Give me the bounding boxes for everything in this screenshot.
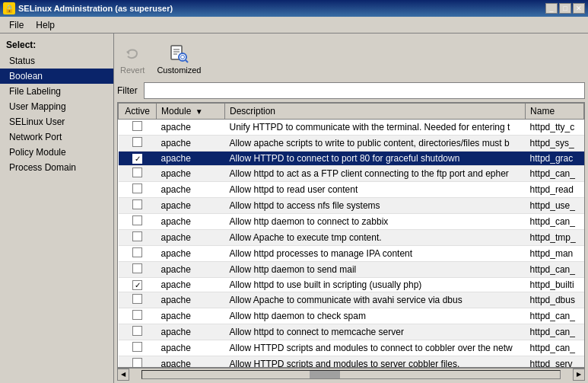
cell-description: Allow httpd processes to manage IPA cont… bbox=[225, 246, 526, 262]
table-row[interactable]: apacheAllow HTTPD scripts and modules to… bbox=[119, 340, 584, 356]
cell-active bbox=[119, 136, 157, 152]
filter-label: Filter bbox=[117, 85, 138, 96]
checkbox[interactable] bbox=[132, 137, 142, 147]
table-row[interactable]: apacheAllow httpd processes to manage IP… bbox=[119, 246, 584, 262]
cell-description: Allow http daemon to check spam bbox=[225, 308, 526, 324]
cell-module: apache bbox=[157, 308, 225, 324]
table-row[interactable]: apacheAllow httpd to use built in script… bbox=[119, 278, 584, 292]
cell-module: apache bbox=[157, 246, 225, 262]
cell-active bbox=[119, 166, 157, 182]
table-row[interactable]: apacheAllow http daemon to send mailhttp… bbox=[119, 262, 584, 278]
table-row[interactable]: apacheAllow httpd to act as a FTP client… bbox=[119, 166, 584, 182]
cell-name: httpd_tmp_ bbox=[526, 230, 584, 246]
cell-name: httpd_can_ bbox=[526, 324, 584, 340]
cell-module: apache bbox=[157, 120, 225, 136]
col-name: Name bbox=[526, 104, 584, 120]
checkbox[interactable] bbox=[132, 342, 142, 352]
cell-description: Allow HTTPD to connect to port 80 for gr… bbox=[225, 152, 526, 166]
toolbar: Revert Customized bbox=[117, 37, 585, 79]
minimize-button[interactable]: _ bbox=[545, 3, 558, 14]
sidebar-item-process-domain[interactable]: Process Domain bbox=[0, 160, 113, 175]
cell-description: Allow httpd to use built in scripting (u… bbox=[225, 278, 526, 292]
cell-name: httpd_can_ bbox=[526, 308, 584, 324]
checkbox[interactable] bbox=[132, 199, 142, 209]
checkbox[interactable] bbox=[132, 310, 142, 320]
cell-description: Allow HTTPD scripts and modules to conne… bbox=[225, 340, 526, 356]
filter-row: Filter bbox=[117, 82, 585, 99]
sidebar-item-user-mapping[interactable]: User Mapping bbox=[0, 99, 113, 114]
hscroll-thumb[interactable] bbox=[310, 371, 340, 378]
maximize-button[interactable]: □ bbox=[559, 3, 571, 14]
sidebar-item-status[interactable]: Status bbox=[0, 53, 113, 69]
sidebar-item-network-port[interactable]: Network Port bbox=[0, 129, 113, 145]
cell-name: httpd_serv bbox=[526, 356, 584, 368]
table-row[interactable]: apacheAllow httpd to read user contentht… bbox=[119, 182, 584, 198]
sidebar-item-file-labeling[interactable]: File Labeling bbox=[0, 84, 113, 99]
col-description: Description bbox=[225, 104, 526, 120]
cell-description: Unify HTTPD to communicate with the term… bbox=[225, 120, 526, 136]
cell-active bbox=[119, 308, 157, 324]
sidebar-item-selinux-user[interactable]: SELinux User bbox=[0, 114, 113, 129]
table-row[interactable]: apacheAllow Apache to execute tmp conten… bbox=[119, 230, 584, 246]
checkbox[interactable] bbox=[132, 231, 142, 241]
table-container: Active Module ▼ Description Name apacheU… bbox=[117, 102, 585, 368]
sort-arrow: ▼ bbox=[195, 107, 203, 116]
cell-module: apache bbox=[157, 182, 225, 198]
checkbox[interactable] bbox=[132, 168, 142, 177]
cell-active bbox=[119, 182, 157, 198]
cell-module: apache bbox=[157, 198, 225, 214]
checkbox[interactable] bbox=[132, 121, 142, 131]
hscroll-track[interactable] bbox=[141, 370, 561, 379]
table-scroll[interactable]: Active Module ▼ Description Name apacheU… bbox=[118, 103, 584, 367]
col-active: Active bbox=[119, 104, 157, 120]
checkbox[interactable] bbox=[132, 247, 142, 257]
cell-name: httpd_sys_ bbox=[526, 136, 584, 152]
checkbox[interactable] bbox=[132, 294, 142, 304]
menu-help[interactable]: Help bbox=[30, 18, 61, 32]
table-row[interactable]: apacheUnify HTTPD to communicate with th… bbox=[119, 120, 584, 136]
cell-name: httpd_use_ bbox=[526, 198, 584, 214]
cell-module: apache bbox=[157, 166, 225, 182]
menu-file[interactable]: File bbox=[3, 18, 30, 32]
close-button[interactable]: ✕ bbox=[573, 3, 585, 14]
cell-description: Allow http daemon to connect to zabbix bbox=[225, 214, 526, 230]
checkbox[interactable] bbox=[132, 184, 142, 193]
cell-active bbox=[119, 262, 157, 278]
sidebar-item-boolean[interactable]: Boolean bbox=[0, 69, 113, 84]
checkbox[interactable] bbox=[132, 280, 142, 290]
cell-description: Allow http daemon to send mail bbox=[225, 262, 526, 278]
table-row[interactable]: apacheAllow HTTPD scripts and modules to… bbox=[119, 356, 584, 368]
main-layout: Select: Status Boolean File Labeling Use… bbox=[0, 34, 588, 383]
cell-module: apache bbox=[157, 214, 225, 230]
cell-description: Allow apache scripts to write to public … bbox=[225, 136, 526, 152]
table-row[interactable]: apacheAllow Apache to communicate with a… bbox=[119, 292, 584, 308]
table-row[interactable]: apacheAllow httpd to access nfs file sys… bbox=[119, 198, 584, 214]
table-row[interactable]: apacheAllow apache scripts to write to p… bbox=[119, 136, 584, 152]
hscroll-right-btn[interactable]: ▶ bbox=[573, 369, 585, 381]
customized-label: Customized bbox=[157, 65, 201, 75]
checkbox[interactable] bbox=[132, 263, 142, 273]
table-row[interactable]: apacheAllow httpd to connect to memcache… bbox=[119, 324, 584, 340]
checkbox[interactable] bbox=[132, 154, 142, 164]
checkbox[interactable] bbox=[132, 358, 142, 367]
cell-name: httpd_builti bbox=[526, 278, 584, 292]
filter-input[interactable] bbox=[144, 82, 585, 99]
cell-module: apache bbox=[157, 230, 225, 246]
table-row[interactable]: apacheAllow http daemon to check spamhtt… bbox=[119, 308, 584, 324]
sidebar-item-policy-module[interactable]: Policy Module bbox=[0, 145, 113, 160]
cell-description: Allow httpd to access nfs file systems bbox=[225, 198, 526, 214]
hscroll-left-btn[interactable]: ◀ bbox=[117, 369, 129, 381]
customized-button[interactable]: Customized bbox=[154, 40, 204, 76]
table-row[interactable]: apacheAllow HTTPD to connect to port 80 … bbox=[119, 152, 584, 166]
window-controls[interactable]: _ □ ✕ bbox=[545, 3, 585, 14]
hscroll[interactable]: ◀ ▶ bbox=[117, 368, 585, 380]
col-module[interactable]: Module ▼ bbox=[157, 104, 225, 120]
checkbox[interactable] bbox=[132, 215, 142, 225]
cell-active bbox=[119, 214, 157, 230]
checkbox[interactable] bbox=[132, 326, 142, 336]
cell-name: httpd_man bbox=[526, 246, 584, 262]
revert-button[interactable]: Revert bbox=[117, 40, 148, 76]
cell-name: httpd_dbus bbox=[526, 292, 584, 308]
table-row[interactable]: apacheAllow http daemon to connect to za… bbox=[119, 214, 584, 230]
cell-description: Allow Apache to execute tmp content. bbox=[225, 230, 526, 246]
